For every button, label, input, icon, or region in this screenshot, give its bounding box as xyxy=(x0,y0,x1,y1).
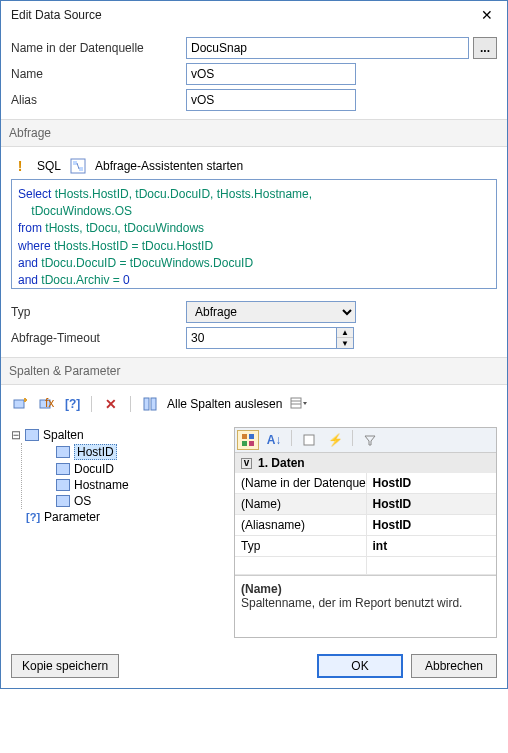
query-designer-icon[interactable] xyxy=(69,157,87,175)
column-icon xyxy=(56,495,70,507)
sql-textarea[interactable]: Select tHosts.HostID, tDocu.DocuID, tHos… xyxy=(11,179,497,289)
timeout-label: Abfrage-Timeout xyxy=(11,331,186,345)
add-column-icon[interactable] xyxy=(11,395,29,413)
sql-label: SQL xyxy=(37,159,61,173)
refresh-columns-icon[interactable] xyxy=(141,395,159,413)
propgrid-row-name-in-ds[interactable]: (Name in der Datenquelle) HostID xyxy=(235,473,496,494)
section-abfrage: Abfrage xyxy=(1,119,507,147)
spin-down-icon[interactable]: ▼ xyxy=(337,338,353,348)
section-spalten: Spalten & Parameter xyxy=(1,357,507,385)
svg-rect-19 xyxy=(304,435,314,445)
view-options-icon[interactable] xyxy=(290,395,308,413)
table-icon xyxy=(25,429,39,441)
collapse-icon[interactable]: ⊟ xyxy=(11,428,21,442)
propgrid-row-name[interactable]: (Name) HostID xyxy=(235,494,496,515)
svg-rect-15 xyxy=(242,434,247,439)
property-grid: A↓ ⚡ v 1. Daten (Name in der Datenquelle… xyxy=(234,427,497,638)
tree-node-hostid[interactable]: HostID xyxy=(56,443,226,461)
browse-button[interactable]: ... xyxy=(473,37,497,59)
svg-text:[?]: [?] xyxy=(65,397,80,411)
add-param-icon[interactable]: [?] xyxy=(63,395,81,413)
separator xyxy=(91,396,92,412)
svg-rect-11 xyxy=(151,398,156,410)
name-input[interactable] xyxy=(186,63,356,85)
read-all-columns-link[interactable]: Alle Spalten auslesen xyxy=(167,397,282,411)
close-icon[interactable]: ✕ xyxy=(477,7,497,23)
spin-up-icon[interactable]: ▲ xyxy=(337,328,353,338)
cancel-button[interactable]: Abbrechen xyxy=(411,654,497,678)
tree-node-parameter[interactable]: [?] Parameter xyxy=(11,509,226,525)
window-title: Edit Data Source xyxy=(11,8,102,22)
separator xyxy=(130,396,131,412)
svg-rect-10 xyxy=(144,398,149,410)
save-copy-button[interactable]: Kopie speichern xyxy=(11,654,119,678)
name-in-ds-label: Name in der Datenquelle xyxy=(11,41,186,55)
name-label: Name xyxy=(11,67,186,81)
column-icon xyxy=(56,463,70,475)
tree-node-docuid[interactable]: DocuID xyxy=(56,461,226,477)
svg-rect-17 xyxy=(242,441,247,446)
alias-label: Alias xyxy=(11,93,186,107)
column-icon xyxy=(56,446,70,458)
ok-button[interactable]: OK xyxy=(317,654,403,678)
svg-rect-2 xyxy=(79,167,83,171)
alphabetical-view-icon[interactable]: A↓ xyxy=(263,430,285,450)
svg-rect-12 xyxy=(291,398,301,408)
tree-node-os[interactable]: OS xyxy=(56,493,226,509)
alias-input[interactable] xyxy=(186,89,356,111)
categorized-view-icon[interactable] xyxy=(237,430,259,450)
warning-icon: ! xyxy=(11,157,29,175)
events-icon[interactable]: ⚡ xyxy=(324,430,346,450)
propgrid-row-typ[interactable]: Typ int xyxy=(235,536,496,557)
filter-icon[interactable] xyxy=(359,430,381,450)
svg-rect-4 xyxy=(14,400,24,408)
tree-node-hostname[interactable]: Hostname xyxy=(56,477,226,493)
svg-rect-1 xyxy=(73,161,77,165)
column-icon xyxy=(56,479,70,491)
add-calc-column-icon[interactable]: fx xyxy=(37,395,55,413)
propgrid-category[interactable]: v 1. Daten xyxy=(235,453,496,473)
propgrid-row-aliasname[interactable]: (Aliasname) HostID xyxy=(235,515,496,536)
propgrid-row-empty xyxy=(235,557,496,575)
typ-label: Typ xyxy=(11,305,186,319)
property-pages-icon[interactable] xyxy=(298,430,320,450)
name-in-ds-input[interactable] xyxy=(186,37,469,59)
propgrid-description: (Name) Spaltenname, der im Report benutz… xyxy=(235,575,496,637)
timeout-input[interactable] xyxy=(186,327,336,349)
svg-text:fx: fx xyxy=(45,396,54,410)
parameter-icon: [?] xyxy=(26,511,40,523)
columns-tree[interactable]: ⊟ Spalten HostID DocuID Hostnam xyxy=(11,427,226,638)
separator xyxy=(352,430,353,446)
tree-node-spalten[interactable]: ⊟ Spalten xyxy=(11,427,226,443)
separator xyxy=(291,430,292,446)
svg-rect-16 xyxy=(249,434,254,439)
svg-rect-18 xyxy=(249,441,254,446)
typ-select[interactable]: Abfrage xyxy=(186,301,356,323)
wizard-link[interactable]: Abfrage-Assistenten starten xyxy=(95,159,243,173)
collapse-icon[interactable]: v xyxy=(241,458,252,469)
delete-icon[interactable]: ✕ xyxy=(102,395,120,413)
